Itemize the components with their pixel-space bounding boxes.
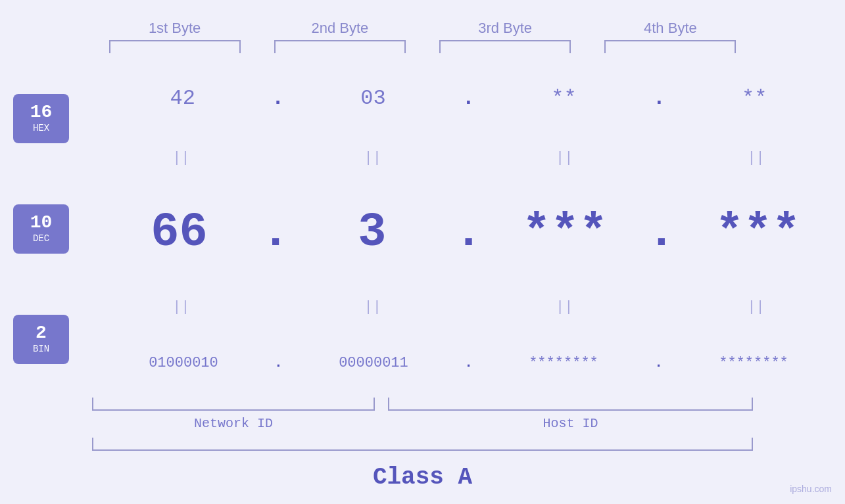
sep-2: || (307, 150, 439, 166)
bin-b2: 00000011 (308, 355, 439, 371)
bracket-2 (274, 40, 406, 53)
bottom-brackets (92, 398, 753, 411)
wide-bracket-container (0, 438, 845, 451)
bin-row: 01000010 . 00000011 . ******** . *******… (92, 355, 845, 371)
bin-b3: ******** (498, 355, 629, 371)
bin-dot-2: . (464, 355, 473, 371)
class-row: Class A (0, 464, 845, 504)
byte-header-1: 1st Byte (109, 20, 241, 37)
sep2-1: || (115, 299, 247, 315)
byte-header-2: 2nd Byte (274, 20, 406, 37)
sep-4: || (690, 150, 822, 166)
sep2-4: || (690, 299, 822, 315)
dec-dot-1: . (262, 206, 290, 260)
bracket-1 (109, 40, 241, 53)
sep2-3: || (498, 299, 630, 315)
byte-headers: 1st Byte 2nd Byte 3rd Byte 4th Byte (0, 20, 845, 37)
bin-label: BIN (33, 344, 49, 354)
bin-b1: 01000010 (118, 355, 249, 371)
byte-header-4: 4th Byte (604, 20, 736, 37)
dec-b4: *** (692, 206, 823, 260)
dec-badge: 10 DEC (13, 204, 69, 254)
bin-badge: 2 BIN (13, 315, 69, 364)
network-id-label: Network ID (92, 416, 375, 431)
hex-dot-3: . (653, 86, 665, 110)
dec-dot-3: . (647, 206, 675, 260)
hex-dot-1: . (272, 86, 284, 110)
dec-b1: 66 (114, 206, 245, 260)
dec-number: 10 (30, 214, 53, 232)
hex-dot-2: . (462, 86, 475, 110)
byte-header-3: 3rd Byte (439, 20, 571, 37)
content-area: 16 HEX 10 DEC 2 BIN 42 . 03 . ** . ** (0, 60, 845, 398)
dec-b2: 3 (306, 206, 438, 260)
network-bracket (92, 398, 375, 411)
sep-dec-bin: || || || || (92, 299, 845, 315)
bin-dot-1: . (274, 355, 283, 371)
dec-dot-2: . (454, 206, 483, 260)
dec-row: 66 . 3 . *** . *** (92, 206, 845, 260)
bin-number: 2 (36, 324, 47, 342)
dec-label: DEC (33, 233, 49, 244)
bottom-labels: Network ID Host ID (92, 416, 753, 431)
hex-number: 16 (30, 103, 53, 122)
sep-1: || (115, 150, 247, 166)
hex-badge: 16 HEX (13, 94, 69, 143)
sep-3: || (498, 150, 630, 166)
bin-dot-3: . (654, 355, 663, 371)
hex-row: 42 . 03 . ** . ** (92, 86, 845, 110)
host-id-label: Host ID (388, 416, 753, 431)
hex-b3: ** (498, 86, 629, 110)
bracket-3 (439, 40, 571, 53)
hex-b4: ** (688, 86, 820, 110)
bottom-section: Network ID Host ID (0, 398, 845, 431)
hex-b1: 42 (117, 86, 249, 110)
ip-grid: 42 . 03 . ** . ** || || || || 66 (92, 60, 845, 398)
host-bracket (388, 398, 753, 411)
main-container: 1st Byte 2nd Byte 3rd Byte 4th Byte 16 H… (0, 0, 845, 504)
class-label: Class A (373, 464, 472, 491)
watermark: ipshu.com (790, 484, 832, 494)
bracket-4 (604, 40, 736, 53)
sep-hex-dec: || || || || (92, 150, 845, 166)
top-brackets (0, 40, 845, 53)
base-labels: 16 HEX 10 DEC 2 BIN (0, 60, 92, 398)
wide-bracket (92, 438, 753, 451)
dec-b3: *** (499, 206, 631, 260)
bin-b4: ******** (688, 355, 819, 371)
sep2-2: || (307, 299, 439, 315)
hex-b2: 03 (308, 86, 439, 110)
hex-label: HEX (33, 123, 49, 133)
